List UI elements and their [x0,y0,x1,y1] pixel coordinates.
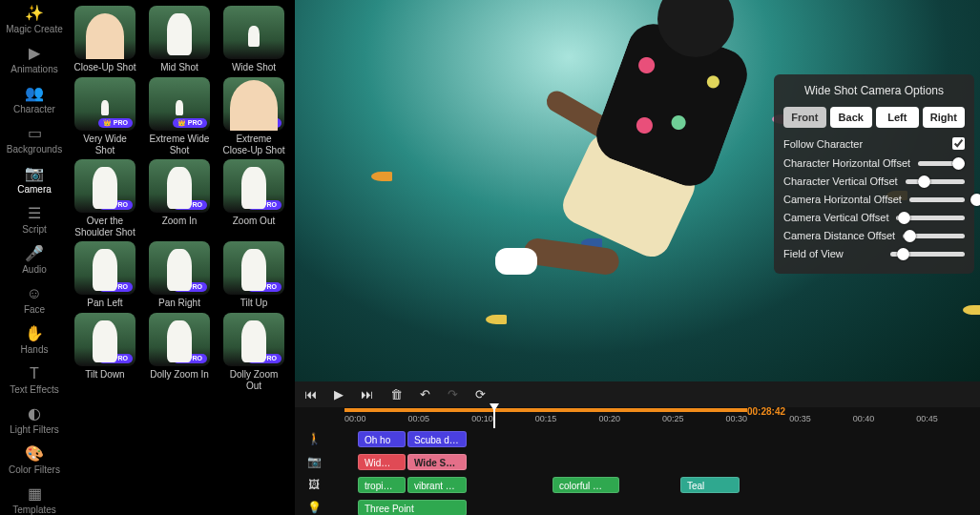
delete-button[interactable]: 🗑 [390,387,403,402]
ruler-tick: 00:15 [535,414,599,423]
shot-dolly-zoom-out[interactable]: 👑 PRODolly Zoom Out [221,313,286,391]
ruler-tick: 00:35 [789,414,853,423]
sidebar-item-animations[interactable]: ▶Animations [0,40,69,80]
view-left-button[interactable]: Left [876,107,919,128]
sidebar-item-light-filters[interactable]: ◐Light Filters [0,401,69,441]
slider-row: Camera Distance Offset [783,230,965,241]
follow-character-label: Follow Character [783,138,863,150]
timeline-clip[interactable]: Wid… [358,454,406,470]
panel-title: Wide Shot Camera Options [783,84,965,97]
timeline-ticks: 00:0000:0500:1000:1500:2000:2500:3000:35… [344,414,980,423]
timeline-ruler[interactable]: 00:0000:0500:1000:1500:2000:2500:3000:35… [295,407,980,428]
timeline-clip[interactable]: vibrant … [407,477,467,493]
slider-track[interactable] [903,234,965,238]
redo-button[interactable]: ↷ [448,387,458,402]
slider-track[interactable] [906,179,965,184]
slider-knob[interactable] [897,248,909,260]
shot-extreme-close-up-shot[interactable]: 👑 PROExtreme Close-Up Shot [221,77,286,155]
slider-row: Character Vertical Offset [783,175,965,187]
sidebar-item-color-filters[interactable]: 🎨Color Filters [0,441,69,481]
go-start-button[interactable]: ⏮ [304,387,317,402]
shot-mid-shot[interactable]: Mid Shot [147,6,212,73]
timeline-clip[interactable]: Scuba d… [407,431,467,447]
ruler-tick: 00:05 [408,414,472,423]
timeline-clip[interactable]: Oh ho [358,431,406,447]
shot-thumbnail: 👑 PRO [74,313,136,366]
slider-knob[interactable] [904,230,916,242]
shot-thumbnail: 👑 PRO [149,77,210,131]
pro-badge: 👑 PRO [173,354,207,363]
sidebar-item-face[interactable]: ☺Face [0,280,69,320]
sidebar-item-camera[interactable]: 📷Camera [0,160,69,200]
follow-character-row: Follow Character [783,137,965,150]
timeline-clip[interactable]: Wide Shot [407,454,467,470]
shot-dolly-zoom-in[interactable]: 👑 PRODolly Zoom In [147,313,212,391]
slider-knob[interactable] [970,194,980,206]
view-back-button[interactable]: Back [830,107,873,128]
sidebar-item-audio[interactable]: 🎤Audio [0,240,69,280]
backgrounds-icon: ▭ [28,126,42,141]
follow-character-checkbox[interactable] [952,137,965,150]
shot-thumbnail: 👑 PRO [223,313,284,366]
color-filters-icon: 🎨 [25,446,44,462]
timeline-clip[interactable]: Teal [680,477,740,493]
slider-knob[interactable] [952,157,965,170]
pro-badge: 👑 PRO [173,282,207,292]
sidebar-item-script[interactable]: ☰Script [0,200,69,240]
shot-pan-left[interactable]: 👑 PROPan Left [73,241,137,309]
play-button[interactable]: ▶ [334,387,344,402]
shot-label: Tilt Down [85,369,124,381]
shot-label: Very Wide Shot [73,134,137,155]
slider-knob[interactable] [898,212,910,224]
timeline-track: 💡Three Point [295,497,980,515]
track-icon: 🖼 [295,478,333,491]
sidebar-item-label: Animations [10,64,57,74]
timeline-filled-region [344,408,747,412]
shot-very-wide-shot[interactable]: 👑 PROVery Wide Shot [73,77,137,155]
refresh-button[interactable]: ⟳ [475,387,486,402]
shot-extreme-wide-shot[interactable]: 👑 PROExtreme Wide Shot [147,77,212,155]
sidebar-item-hands[interactable]: ✋Hands [0,320,69,360]
shot-wide-shot[interactable]: Wide Shot [221,6,286,73]
timeline-clip[interactable]: colorful … [553,477,619,493]
magic-create-icon: ✨ [25,6,44,21]
slider-track[interactable] [896,216,965,220]
slider-label: Camera Distance Offset [783,230,895,241]
pro-badge: 👑 PRO [98,118,133,128]
undo-button[interactable]: ↶ [420,387,430,402]
sidebar-item-templates[interactable]: ▦Templates [0,481,69,515]
shot-thumbnail: 👑 PRO [149,241,210,295]
shot-zoom-out[interactable]: 👑 PROZoom Out [221,159,286,237]
ruler-tick: 00:20 [598,414,662,423]
timeline-clip[interactable]: Three Point [358,500,467,515]
view-right-button[interactable]: Right [923,107,966,128]
shot-tilt-down[interactable]: 👑 PROTilt Down [73,313,137,391]
shot-tilt-up[interactable]: 👑 PROTilt Up [221,241,286,309]
sidebar-item-label: Script [22,224,47,235]
slider-track[interactable] [918,161,965,166]
preview-viewport[interactable]: Wide Shot Camera Options FrontBackLeftRi… [295,0,980,381]
shot-close-up-shot[interactable]: Close-Up Shot [73,6,137,73]
sidebar-item-magic-create[interactable]: ✨Magic Create [0,0,69,40]
sidebar-item-character[interactable]: 👥Character [0,80,69,120]
slider-track[interactable] [890,252,965,257]
view-front-button[interactable]: Front [783,107,826,128]
shot-label: Pan Right [158,298,200,309]
shot-over-the-shoulder-shot[interactable]: 👑 PROOver the Shoulder Shot [73,159,137,237]
sidebar-item-backgrounds[interactable]: ▭Backgrounds [0,120,69,160]
slider-row: Character Horizontal Offset [783,157,965,169]
slider-track[interactable] [909,197,965,202]
ruler-tick: 00:25 [662,414,726,423]
go-end-button[interactable]: ⏭ [361,387,373,402]
shot-zoom-in[interactable]: 👑 PROZoom In [147,159,212,237]
timeline-track: 🚶Oh hoScuba d… [295,428,980,449]
timeline-clip[interactable]: tropi… [358,477,406,493]
ruler-tick: 00:00 [344,414,408,423]
slider-knob[interactable] [918,175,930,188]
shot-pan-right[interactable]: 👑 PROPan Right [147,241,212,309]
sidebar-item-label: Text Effects [10,384,59,395]
sidebar-item-label: Magic Create [6,24,62,34]
playback-controls: ⏮▶⏭🗑↶↷⟳ [295,381,980,407]
ruler-tick: 00:45 [916,414,980,423]
sidebar-item-text-effects[interactable]: TText Effects [0,360,69,401]
